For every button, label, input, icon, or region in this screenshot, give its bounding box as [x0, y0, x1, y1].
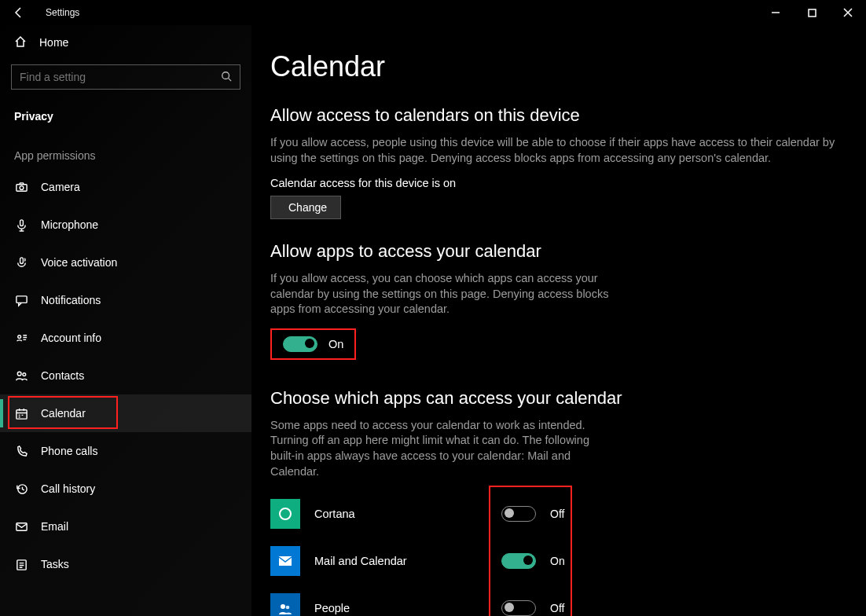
sidebar-item-label: Email	[41, 520, 68, 533]
sidebar-item-label: Call history	[41, 482, 95, 495]
svg-rect-4	[20, 219, 23, 226]
svg-rect-12	[16, 522, 26, 530]
maximize-button[interactable]	[794, 0, 830, 25]
allow-apps-toggle[interactable]	[283, 336, 317, 352]
sidebar-item-account-info[interactable]: Account info	[0, 319, 251, 357]
close-button[interactable]	[830, 0, 866, 25]
group-heading: App permissions	[0, 127, 251, 168]
app-icon	[270, 593, 300, 616]
phone-icon	[14, 445, 28, 458]
sidebar-item-label: Account info	[41, 332, 101, 344]
sidebar-item-label: Contacts	[41, 369, 84, 382]
app-toggle-label: Off	[550, 508, 582, 520]
sidebar-item-label: Microphone	[41, 218, 98, 231]
tasks-icon	[14, 558, 28, 571]
sidebar-item-camera[interactable]: Camera	[0, 168, 251, 206]
app-name: People	[314, 602, 487, 614]
app-icon	[270, 499, 300, 529]
id-icon	[14, 332, 28, 345]
s2-heading: Allow apps to access your calendar	[270, 241, 866, 262]
svg-point-3	[20, 185, 24, 189]
allow-apps-toggle-label: On	[328, 338, 343, 350]
svg-rect-0	[809, 9, 816, 16]
s1-desc: If you allow access, people using this d…	[270, 135, 860, 166]
app-toggle-label: On	[550, 555, 582, 567]
s2-desc: If you allow access, you can choose whic…	[270, 271, 624, 317]
microphone-icon	[14, 218, 28, 232]
s1-heading: Allow access to calendars on this device	[270, 105, 866, 126]
app-row-people: PeopleOff	[270, 585, 866, 616]
category-heading: Privacy	[0, 97, 251, 127]
chat-icon	[14, 294, 28, 307]
svg-point-9	[22, 372, 25, 376]
sidebar-item-email[interactable]: Email	[0, 508, 251, 545]
camera-icon	[14, 181, 28, 194]
sidebar-item-notifications[interactable]: Notifications	[0, 281, 251, 319]
home-label: Home	[39, 36, 68, 49]
history-icon	[14, 482, 28, 496]
people-icon	[14, 369, 28, 383]
app-icon	[270, 546, 300, 576]
window-title: Settings	[46, 7, 79, 18]
title-bar: Settings	[0, 0, 866, 25]
mail-icon	[14, 520, 28, 534]
svg-rect-10	[16, 409, 26, 418]
sidebar-item-microphone[interactable]: Microphone	[0, 206, 251, 244]
home-nav[interactable]: Home	[0, 25, 251, 60]
sidebar-item-label: Voice activation	[41, 256, 117, 269]
s3-desc: Some apps need to access your calendar t…	[270, 418, 616, 479]
sidebar-item-label: Tasks	[41, 558, 69, 570]
content-pane: Calendar Allow access to calendars on th…	[251, 25, 866, 616]
app-toggle-label: Off	[550, 602, 582, 614]
app-toggle[interactable]	[501, 600, 536, 616]
app-toggle[interactable]	[501, 506, 536, 522]
sidebar-item-contacts[interactable]: Contacts	[0, 357, 251, 394]
minimize-button[interactable]	[758, 0, 794, 25]
app-name: Cortana	[314, 508, 487, 520]
svg-point-14	[280, 508, 291, 519]
app-row-cortana: CortanaOff	[270, 490, 866, 537]
svg-point-17	[286, 606, 290, 610]
svg-point-7	[17, 335, 20, 338]
calendar-icon	[14, 407, 28, 420]
svg-point-1	[222, 72, 229, 79]
back-button[interactable]	[0, 0, 38, 25]
svg-rect-6	[16, 295, 26, 302]
sidebar-item-calendar[interactable]: Calendar	[0, 394, 251, 432]
sidebar-item-label: Camera	[41, 181, 80, 193]
sidebar-item-call-history[interactable]: Call history	[0, 470, 251, 508]
svg-rect-5	[20, 257, 23, 263]
search-input[interactable]	[20, 71, 221, 83]
s1-status: Calendar access for this device is on	[270, 177, 866, 189]
search-box[interactable]	[11, 64, 240, 90]
page-title: Calendar	[270, 50, 866, 83]
search-icon	[221, 71, 232, 84]
svg-point-16	[281, 604, 285, 609]
svg-point-8	[17, 372, 21, 376]
app-toggle[interactable]	[501, 553, 536, 569]
home-icon	[14, 35, 27, 50]
app-row-mail-and-calendar: Mail and CalendarOn	[270, 537, 866, 585]
s3-heading: Choose which apps can access your calend…	[270, 388, 866, 409]
sidebar-item-voice-activation[interactable]: Voice activation	[0, 244, 251, 281]
sidebar-item-label: Phone calls	[41, 445, 97, 457]
sidebar-item-tasks[interactable]: Tasks	[0, 545, 251, 583]
sidebar: Home Privacy App permissions CameraMicro…	[0, 25, 251, 616]
highlight-master-toggle: On	[270, 328, 356, 360]
change-button[interactable]: Change	[270, 196, 341, 219]
svg-rect-15	[279, 556, 292, 566]
sidebar-item-label: Calendar	[41, 407, 86, 420]
sidebar-item-phone-calls[interactable]: Phone calls	[0, 432, 251, 470]
app-name: Mail and Calendar	[314, 555, 487, 567]
voice-icon	[14, 256, 28, 270]
sidebar-item-label: Notifications	[41, 294, 101, 306]
